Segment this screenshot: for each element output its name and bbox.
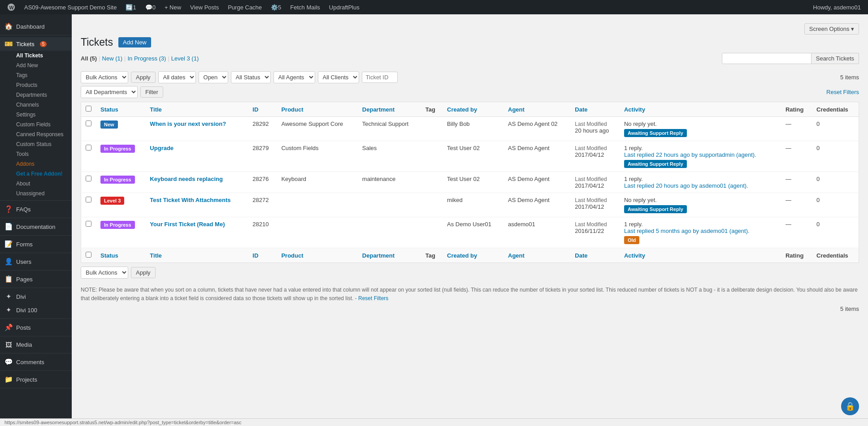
sidebar-item-divi[interactable]: ✦ Divi (0, 290, 72, 303)
sidebar-item-dashboard[interactable]: 🏠 Dashboard (0, 20, 72, 33)
all-departments-select[interactable]: All Departments (81, 86, 138, 98)
row-title-3[interactable]: Test Ticket With Attachments (145, 193, 248, 217)
filter-tab-new[interactable]: New (1) (102, 55, 123, 62)
select-all-checkbox[interactable] (86, 106, 91, 112)
col-created-by[interactable]: Created by (443, 102, 503, 117)
filter-tab-inprogress[interactable]: In Progress (3) (127, 55, 166, 62)
activity-last-replied-2[interactable]: Last replied 20 hours ago by asdemo01 (a… (624, 182, 748, 189)
activity-last-replied-4[interactable]: Last replied 5 months ago by asdemo01 (a… (624, 228, 750, 234)
sidebar-item-custom-fields[interactable]: Custom Fields (13, 120, 72, 129)
new-button[interactable]: + New (161, 0, 185, 14)
sidebar-item-pages[interactable]: 📋 Pages (0, 272, 72, 286)
sidebar-item-get-free-addon[interactable]: Get a Free Addon! (13, 169, 72, 179)
status-select[interactable]: Open (199, 71, 228, 83)
site-name[interactable]: AS09-Awesome Support Demo Site (21, 0, 120, 14)
col-id-footer[interactable]: ID (248, 248, 277, 263)
col-status[interactable]: Status (96, 102, 145, 117)
sidebar-item-add-new[interactable]: Add New (13, 60, 72, 70)
col-date-footer[interactable]: Date (570, 248, 620, 263)
col-date[interactable]: Date (570, 102, 620, 117)
sidebar-item-documentation[interactable]: 📄 Documentation (0, 220, 72, 233)
updates-icon[interactable]: 🔄 1 (122, 0, 139, 14)
sidebar-item-comments[interactable]: 💬 Comments (0, 355, 72, 369)
search-input[interactable] (722, 53, 812, 64)
row-checkbox-3[interactable] (81, 193, 96, 217)
row-title-2[interactable]: Keyboard needs replacing (145, 172, 248, 193)
filter-button[interactable]: Filter (140, 86, 163, 98)
ticket-title-link-3[interactable]: Test Ticket With Attachments (150, 197, 230, 203)
row-title-4[interactable]: Your First Ticket (Read Me) (145, 217, 248, 248)
apply-button-bottom[interactable]: Apply (131, 267, 156, 278)
comments-icon[interactable]: 💬 0 (142, 0, 159, 14)
note-reset-link[interactable]: Reset Filters (358, 295, 388, 301)
sidebar-item-channels[interactable]: Channels (13, 100, 72, 110)
ticket-title-link-1[interactable]: Upgrade (150, 145, 174, 151)
sidebar-item-products[interactable]: Products (13, 80, 72, 90)
col-title[interactable]: Title (145, 102, 248, 117)
sidebar-item-tags[interactable]: Tags (13, 70, 72, 80)
purge-cache[interactable]: Purge Cache (224, 0, 265, 14)
reset-filters-link[interactable]: Reset Filters (826, 89, 859, 95)
col-activity[interactable]: Activity (620, 102, 781, 117)
sidebar-item-settings[interactable]: Settings (13, 110, 72, 120)
wp-logo-icon[interactable]: W (4, 0, 19, 14)
col-activity-footer[interactable]: Activity (620, 248, 781, 263)
sidebar-item-projects[interactable]: 📁 Projects (0, 373, 72, 386)
circle-help-button[interactable]: 🔒 (841, 397, 859, 415)
search-button[interactable]: Search Tickets (812, 53, 859, 64)
all-clients-select[interactable]: All Clients (318, 71, 359, 83)
col-product-footer[interactable]: Product (277, 248, 357, 263)
all-dates-select[interactable]: All dates (158, 71, 196, 83)
sidebar-item-posts[interactable]: 📌 Posts (0, 321, 72, 334)
sidebar-item-unassigned[interactable]: Unassigned (13, 189, 72, 198)
col-department[interactable]: Department (358, 102, 421, 117)
col-department-footer[interactable]: Department (358, 248, 421, 263)
sidebar-item-addons[interactable]: Addons (13, 159, 72, 169)
all-status-select[interactable]: All Status (231, 71, 271, 83)
select-all-checkbox-header[interactable] (81, 102, 96, 117)
updates2-icon[interactable]: ⚙️ 5 (267, 0, 285, 14)
sidebar-item-faqs[interactable]: ❓ FAQs (0, 202, 72, 216)
sidebar-item-tools[interactable]: Tools (13, 149, 72, 159)
updraftplus[interactable]: UpdraftPlus (326, 0, 363, 14)
all-agents-select[interactable]: All Agents (273, 71, 315, 83)
row-checkbox-2[interactable] (81, 172, 96, 193)
row-checkbox-4[interactable] (81, 217, 96, 248)
bulk-actions-select[interactable]: Bulk Actions (81, 71, 128, 83)
col-agent-footer[interactable]: Agent (503, 248, 570, 263)
ticket-title-link-4[interactable]: Your First Ticket (Read Me) (150, 221, 225, 228)
ticket-title-link-2[interactable]: Keyboard needs replacing (150, 176, 223, 182)
row-checkbox-1[interactable] (81, 141, 96, 172)
sidebar-item-departments[interactable]: Departments (13, 90, 72, 100)
sidebar-item-about[interactable]: About (13, 179, 72, 189)
activity-last-replied-1[interactable]: Last replied 22 hours ago by supportadmi… (624, 151, 756, 158)
sidebar-item-canned-responses[interactable]: Canned Responses (13, 129, 72, 139)
col-created-by-footer[interactable]: Created by (443, 248, 503, 263)
apply-button-top[interactable]: Apply (131, 72, 156, 83)
sidebar-item-all-tickets[interactable]: All Tickets (13, 51, 72, 60)
sidebar-item-media[interactable]: 🖼 Media (0, 338, 72, 351)
col-status-footer[interactable]: Status (96, 248, 145, 263)
sidebar-item-users[interactable]: 👤 Users (0, 255, 72, 268)
row-checkbox-0[interactable] (81, 117, 96, 141)
sidebar-item-custom-status[interactable]: Custom Status (13, 139, 72, 149)
filter-tab-level3[interactable]: Level 3 (1) (171, 55, 199, 62)
sidebar-item-divi100[interactable]: ✦ Divi 100 (0, 303, 72, 317)
col-id[interactable]: ID (248, 102, 277, 117)
row-title-1[interactable]: Upgrade (145, 141, 248, 172)
select-all-checkbox-footer[interactable] (86, 252, 91, 258)
sidebar-item-tickets[interactable]: 🎫 Tickets 5 (0, 37, 72, 51)
screen-options-button[interactable]: Screen Options ▾ (804, 23, 859, 34)
ticket-id-input[interactable] (362, 72, 398, 83)
bulk-actions-select-bottom[interactable]: Bulk Actions (81, 267, 128, 279)
sidebar-item-forms[interactable]: 📝 Forms (0, 237, 72, 251)
ticket-title-link-0[interactable]: When is your next version? (150, 120, 226, 127)
select-all-checkbox-footer[interactable] (81, 248, 96, 263)
col-agent[interactable]: Agent (503, 102, 570, 117)
col-product[interactable]: Product (277, 102, 357, 117)
fetch-mails[interactable]: Fetch Mails (286, 0, 323, 14)
view-posts[interactable]: View Posts (187, 0, 222, 14)
row-title-0[interactable]: When is your next version? (145, 117, 248, 141)
filter-tab-all[interactable]: All (5) (81, 55, 97, 62)
col-title-footer[interactable]: Title (145, 248, 248, 263)
